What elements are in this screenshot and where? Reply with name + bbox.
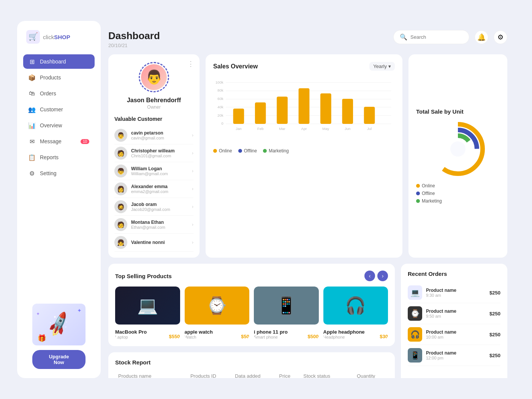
svg-text:20k: 20k <box>217 113 223 117</box>
customer-list-item[interactable]: 👦 William Logan William@gmail.com › <box>114 162 193 180</box>
overview-icon: 📊 <box>28 122 35 129</box>
order-info: Product name 9:30 am <box>426 288 486 298</box>
products-prev-button[interactable]: ‹ <box>364 271 375 281</box>
customer-avatar: 👧 <box>114 236 127 249</box>
legend-offline: Offline <box>416 191 500 196</box>
product-price: $50 <box>241 334 249 339</box>
order-time: 9:30 am <box>426 293 486 298</box>
customer-avatar: 👨 <box>114 129 127 142</box>
svg-rect-14 <box>233 109 244 124</box>
order-item[interactable]: ⌚ Product name 9:50 am $250 <box>408 303 500 324</box>
promo-image: 🚀 🎁 ✦ ✦ <box>32 304 86 345</box>
svg-text:80k: 80k <box>217 88 223 92</box>
product-name: MacBook Pro <box>115 329 147 335</box>
sidebar-item-setting[interactable]: ⚙ Setting <box>23 166 95 180</box>
period-select[interactable]: Yearly ▾ <box>369 62 395 71</box>
search-input[interactable] <box>410 34 463 40</box>
order-price: $250 <box>489 290 500 296</box>
svg-text:Jun: Jun <box>345 127 350 131</box>
customer-email: William@gmail.com <box>131 171 188 176</box>
top-bar: Dashboard 20/10/21 🔍 🔔 ⚙ <box>108 30 507 48</box>
upgrade-button[interactable]: Upgrade Now <box>32 350 86 369</box>
legend-label: Online <box>219 148 232 154</box>
customer-list-item[interactable]: 🧑 Montana Ethan Ethan@gmail.com › <box>114 216 193 234</box>
customer-email: Jacob20@gmail.com <box>131 207 188 212</box>
sales-title: Sales Overview <box>213 63 258 70</box>
setting-icon: ⚙ <box>28 170 35 177</box>
customer-info: Jacob oram Jacob20@gmail.com <box>131 202 188 212</box>
customer-email: cavin@gmail.com <box>131 136 188 140</box>
message-badge: 10 <box>81 139 89 144</box>
customer-list-item[interactable]: 🧑 Christopher willeam Chris101@gmail.com… <box>114 144 193 162</box>
valuable-customers-title: Valuable Customer <box>114 116 193 122</box>
stock-report-card: Stock Report Products name Products ID D… <box>108 352 395 378</box>
svg-text:🛒: 🛒 <box>28 32 38 41</box>
order-item[interactable]: 💻 Product name 9:30 am $250 <box>408 282 500 303</box>
customer-email: emma2@gmail.com <box>131 189 188 194</box>
customer-email: Chris101@gmail.com <box>131 154 188 158</box>
sidebar-item-dashboard[interactable]: ⊞ Dashboard <box>23 54 95 69</box>
legend-online-label: Online <box>422 183 435 188</box>
notification-button[interactable]: 🔔 <box>475 30 488 44</box>
bar-chart: 100k 80k 60k 40k 20k 0 <box>213 77 395 138</box>
order-name: Product name <box>426 288 486 293</box>
product-name: i phone 11 pro <box>254 329 288 335</box>
orders-icon: 🛍 <box>28 90 35 97</box>
product-price: $30 <box>380 334 388 339</box>
customer-name: Alexander emma <box>131 184 188 189</box>
sales-overview-card: Sales Overview Yearly ▾ 100k 80k 60k 40k… <box>206 54 402 258</box>
sidebar-item-orders[interactable]: 🛍 Orders <box>23 86 95 101</box>
customer-avatar: 🧑 <box>114 218 127 231</box>
page-title: Dashboard <box>108 30 160 42</box>
online-dot <box>416 184 420 188</box>
search-box[interactable]: 🔍 <box>393 30 469 44</box>
customer-list-item[interactable]: 👩 Alexander emma emma2@gmail.com › <box>114 180 193 198</box>
sidebar-item-customer[interactable]: 👥 Customer <box>23 102 95 117</box>
customer-avatar: 👦 <box>114 165 127 177</box>
sidebar-bottom: 🚀 🎁 ✦ ✦ Upgrade Now <box>23 304 95 369</box>
customer-name: Jacob oram <box>131 202 188 207</box>
product-bottom: apple watch Watch $50 <box>185 326 250 339</box>
chevron-right-icon: › <box>192 240 193 245</box>
customer-list-item[interactable]: 👨 cavin petarson cavin@gmail.com › <box>114 127 193 144</box>
product-card[interactable]: ⌚ apple watch Watch $50 <box>185 287 250 339</box>
product-bottom: Apple headphone Headphone $30 <box>323 326 388 339</box>
customer-name: William Logan <box>131 166 188 171</box>
chevron-right-icon: › <box>192 222 193 227</box>
customer-avatar: 🧑 <box>114 147 127 160</box>
svg-text:60k: 60k <box>217 97 223 101</box>
sidebar-item-products[interactable]: 📦 Products <box>23 70 95 85</box>
search-icon: 🔍 <box>400 33 407 41</box>
customer-avatar: 🧔 <box>114 200 127 213</box>
products-next-button[interactable]: › <box>377 271 388 281</box>
product-image: ⌚ <box>185 287 250 325</box>
product-card[interactable]: 💻 MacBook Pro Laptop $550 <box>115 287 180 339</box>
order-item[interactable]: 📱 Product name 12:00 pm $250 <box>408 345 500 366</box>
profile-role: Owner <box>147 104 160 110</box>
total-sale-card: Total Sale by Unit Onlin <box>408 54 507 258</box>
message-icon: ✉ <box>28 138 35 145</box>
product-name: Apple headphone <box>323 329 365 335</box>
legend-online: Online <box>416 183 500 188</box>
svg-text:Jul: Jul <box>367 127 372 131</box>
sidebar-item-message[interactable]: ✉ Message 10 <box>23 134 95 149</box>
order-item[interactable]: 🎧 Product name 10:00 am $250 <box>408 324 500 345</box>
product-price: $550 <box>169 334 180 339</box>
logo-icon: 🛒 <box>26 30 40 44</box>
customer-name: Montana Ethan <box>131 220 188 225</box>
product-image: 💻 <box>115 287 180 325</box>
customer-list-item[interactable]: 🧔 Jacob oram Jacob20@gmail.com › <box>114 198 193 216</box>
customer-list-item[interactable]: 👧 Valentine nonni › <box>114 234 193 252</box>
svg-rect-18 <box>320 93 331 124</box>
dashboard-icon: ⊞ <box>28 58 35 65</box>
settings-button[interactable]: ⚙ <box>494 30 507 44</box>
more-options-button[interactable]: ⋮ <box>187 60 194 68</box>
product-card[interactable]: 🎧 Apple headphone Headphone $30 <box>323 287 388 339</box>
product-card[interactable]: 📱 i phone 11 pro Smart phone $500 <box>254 287 319 339</box>
sidebar-item-reports[interactable]: 📋 Reports <box>23 150 95 165</box>
left-bottom: Top Selling Products ‹ › 💻 MacBook Pro L… <box>108 264 395 378</box>
sidebar-item-overview[interactable]: 📊 Overview <box>23 118 95 133</box>
chart-area: 100k 80k 60k 40k 20k 0 <box>213 77 395 145</box>
product-info: MacBook Pro Laptop <box>115 326 147 339</box>
svg-text:May: May <box>322 127 329 131</box>
